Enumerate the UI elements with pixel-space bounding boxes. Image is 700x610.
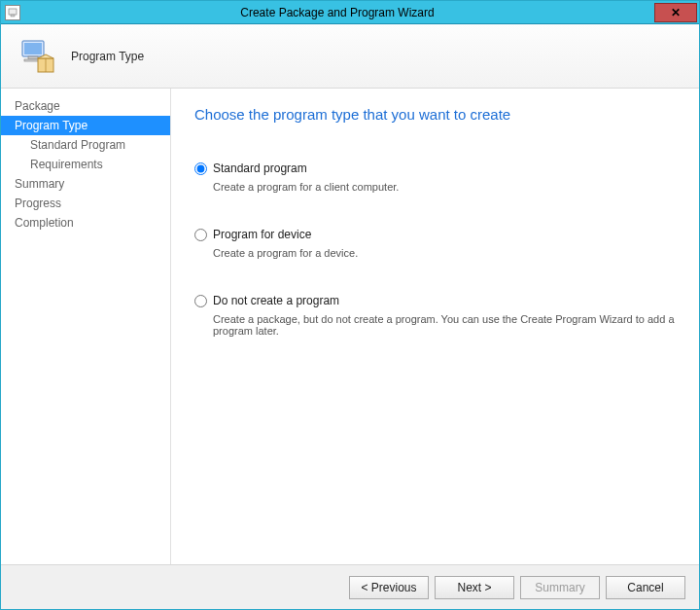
radio-standard-program[interactable] xyxy=(194,162,207,175)
wizard-window: Create Package and Program Wizard ✕ Prog… xyxy=(0,0,700,610)
titlebar: Create Package and Program Wizard ✕ xyxy=(1,1,699,24)
app-icon xyxy=(5,5,20,20)
sidebar-item-progress[interactable]: Progress xyxy=(1,194,170,213)
close-icon: ✕ xyxy=(671,6,681,19)
option-do-not-create-label: Do not create a program xyxy=(213,294,339,307)
previous-button[interactable]: < Previous xyxy=(349,576,429,599)
close-button[interactable]: ✕ xyxy=(654,3,697,22)
radio-do-not-create[interactable] xyxy=(194,295,207,307)
radio-program-for-device[interactable] xyxy=(194,229,207,241)
option-program-for-device: Program for device Create a program for … xyxy=(194,228,682,259)
svg-rect-0 xyxy=(9,9,17,15)
wizard-header: Program Type xyxy=(1,24,699,89)
option-standard-program-label: Standard program xyxy=(213,161,307,175)
option-standard-program-row[interactable]: Standard program xyxy=(194,161,682,175)
wizard-sidebar: Package Program Type Standard Program Re… xyxy=(1,89,171,564)
summary-button[interactable]: Summary xyxy=(520,576,600,599)
wizard-content: Choose the program type that you want to… xyxy=(171,89,699,564)
option-standard-program-desc: Create a program for a client computer. xyxy=(213,181,682,193)
sidebar-item-program-type[interactable]: Program Type xyxy=(1,116,170,135)
svg-rect-4 xyxy=(28,56,38,59)
wizard-footer: < Previous Next > Summary Cancel xyxy=(1,564,699,609)
option-standard-program: Standard program Create a program for a … xyxy=(194,161,682,193)
sidebar-item-package[interactable]: Package xyxy=(1,96,170,116)
computer-package-icon xyxy=(18,37,57,76)
option-program-for-device-desc: Create a program for a device. xyxy=(213,247,682,259)
next-button[interactable]: Next > xyxy=(435,576,514,599)
sidebar-item-summary[interactable]: Summary xyxy=(1,174,170,194)
svg-rect-3 xyxy=(24,43,42,54)
option-do-not-create: Do not create a program Create a package… xyxy=(194,294,682,337)
sidebar-item-standard-program[interactable]: Standard Program xyxy=(1,135,170,155)
svg-rect-1 xyxy=(11,15,15,17)
cancel-button[interactable]: Cancel xyxy=(606,576,685,599)
option-do-not-create-row[interactable]: Do not create a program xyxy=(194,294,682,307)
sidebar-item-requirements[interactable]: Requirements xyxy=(1,155,170,174)
option-program-for-device-row[interactable]: Program for device xyxy=(194,228,682,241)
page-title: Program Type xyxy=(71,50,144,63)
sidebar-item-completion[interactable]: Completion xyxy=(1,213,170,233)
option-program-for-device-label: Program for device xyxy=(213,228,311,241)
option-do-not-create-desc: Create a package, but do not create a pr… xyxy=(213,313,682,337)
window-title: Create Package and Program Wizard xyxy=(20,6,654,19)
wizard-body: Package Program Type Standard Program Re… xyxy=(1,89,699,564)
content-heading: Choose the program type that you want to… xyxy=(194,106,682,123)
